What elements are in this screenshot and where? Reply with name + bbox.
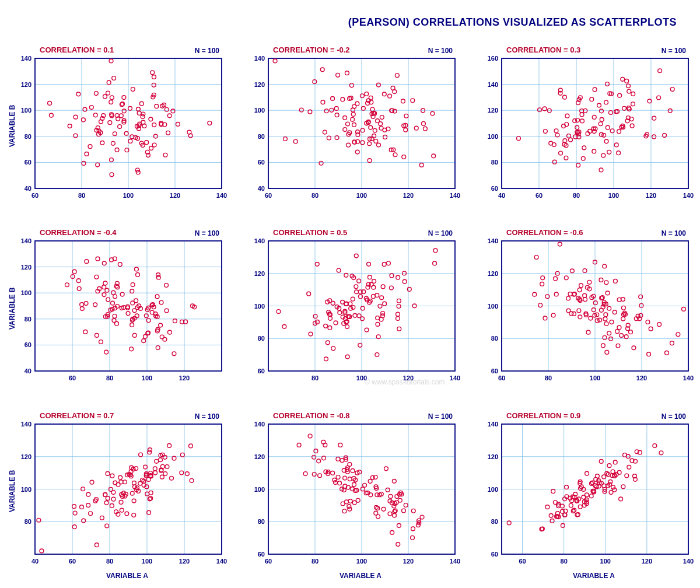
svg-point-162: [346, 122, 350, 126]
svg-point-273: [617, 130, 621, 134]
svg-text:60: 60: [491, 368, 498, 374]
svg-point-773: [105, 524, 109, 528]
svg-point-46: [68, 124, 72, 128]
svg-point-101: [149, 117, 153, 121]
svg-point-518: [376, 316, 380, 320]
svg-point-844: [86, 492, 90, 496]
svg-point-677: [577, 309, 581, 313]
svg-point-437: [111, 291, 116, 295]
svg-point-662: [617, 326, 621, 330]
svg-text:60: 60: [32, 192, 38, 199]
svg-point-878: [338, 481, 342, 485]
svg-point-831: [138, 481, 142, 485]
svg-point-972: [411, 509, 415, 513]
svg-point-231: [343, 116, 347, 120]
svg-text:140: 140: [488, 421, 498, 428]
svg-point-445: [115, 282, 119, 286]
svg-point-916: [348, 499, 352, 503]
svg-point-901: [348, 477, 352, 481]
svg-text:140: 140: [683, 374, 694, 382]
svg-point-337: [606, 82, 610, 86]
svg-point-43: [139, 102, 144, 106]
svg-point-75: [152, 123, 156, 127]
svg-point-1073: [589, 494, 593, 498]
svg-point-244: [393, 153, 397, 157]
svg-point-634: [551, 313, 555, 317]
svg-text:100: 100: [488, 133, 498, 140]
svg-point-953: [386, 488, 390, 492]
svg-point-915: [338, 443, 342, 447]
scatter-grid: CORRELATION = 0.1N = 100VARIABLE B608010…: [0, 35, 700, 583]
svg-point-955: [356, 498, 360, 502]
svg-point-98: [94, 92, 98, 96]
svg-point-1023: [550, 519, 554, 523]
svg-point-839: [170, 476, 174, 480]
svg-point-398: [114, 284, 118, 288]
svg-point-239: [388, 94, 392, 98]
svg-point-828: [90, 480, 94, 484]
svg-point-1062: [578, 505, 582, 509]
svg-point-731: [665, 351, 669, 355]
svg-text:120: 120: [21, 81, 32, 88]
svg-point-120: [100, 141, 104, 145]
svg-point-1014: [599, 459, 603, 463]
main-title: (PEARSON) CORRELATIONS VISUALIZED AS SCA…: [348, 16, 677, 29]
svg-point-824: [190, 478, 194, 482]
svg-point-935: [314, 449, 318, 453]
svg-point-154: [321, 100, 325, 104]
svg-text:120: 120: [254, 453, 265, 460]
svg-point-788: [119, 500, 123, 504]
svg-text:60: 60: [24, 159, 32, 166]
svg-point-213: [404, 128, 408, 132]
svg-point-45: [107, 80, 111, 85]
svg-point-1053: [554, 501, 558, 505]
svg-text:160: 160: [488, 55, 498, 62]
svg-point-704: [639, 295, 643, 299]
svg-point-1090: [619, 497, 623, 501]
svg-point-960: [345, 500, 349, 504]
svg-point-653: [657, 323, 662, 327]
svg-point-816: [147, 510, 151, 514]
svg-point-780: [94, 542, 99, 547]
svg-point-894: [343, 476, 347, 480]
svg-point-450: [94, 275, 99, 279]
svg-text:120: 120: [179, 558, 190, 565]
svg-point-1086: [608, 480, 612, 484]
svg-point-1065: [549, 513, 553, 517]
svg-text:100: 100: [488, 303, 498, 310]
svg-point-1070: [545, 505, 550, 509]
svg-point-593: [380, 296, 384, 300]
svg-point-193: [419, 163, 424, 167]
svg-point-597: [383, 302, 387, 306]
svg-point-204: [382, 92, 386, 96]
svg-point-552: [353, 314, 357, 318]
svg-point-99: [171, 109, 175, 113]
svg-point-198: [380, 116, 384, 120]
svg-text:140: 140: [216, 558, 227, 565]
svg-point-774: [153, 467, 157, 471]
svg-point-187: [356, 130, 360, 134]
svg-point-850: [160, 475, 164, 479]
svg-point-787: [72, 504, 76, 508]
svg-text:40: 40: [32, 558, 38, 565]
svg-point-1050: [611, 470, 615, 474]
svg-point-699: [604, 313, 608, 317]
svg-point-214: [361, 106, 365, 110]
svg-point-581: [326, 341, 330, 345]
svg-point-793: [130, 491, 134, 495]
svg-text:140: 140: [21, 237, 32, 244]
svg-point-559: [390, 274, 394, 278]
svg-point-443: [102, 261, 106, 265]
svg-text:140: 140: [683, 192, 694, 199]
svg-point-522: [324, 357, 328, 361]
svg-point-526: [345, 355, 349, 359]
svg-point-436: [130, 347, 134, 351]
svg-text:80: 80: [258, 518, 265, 525]
svg-point-294: [663, 134, 667, 138]
svg-point-108: [152, 75, 156, 79]
svg-text:120: 120: [21, 264, 32, 271]
svg-point-766: [132, 481, 136, 485]
svg-point-658: [583, 269, 587, 273]
svg-point-711: [607, 331, 611, 335]
svg-point-491: [105, 289, 109, 293]
